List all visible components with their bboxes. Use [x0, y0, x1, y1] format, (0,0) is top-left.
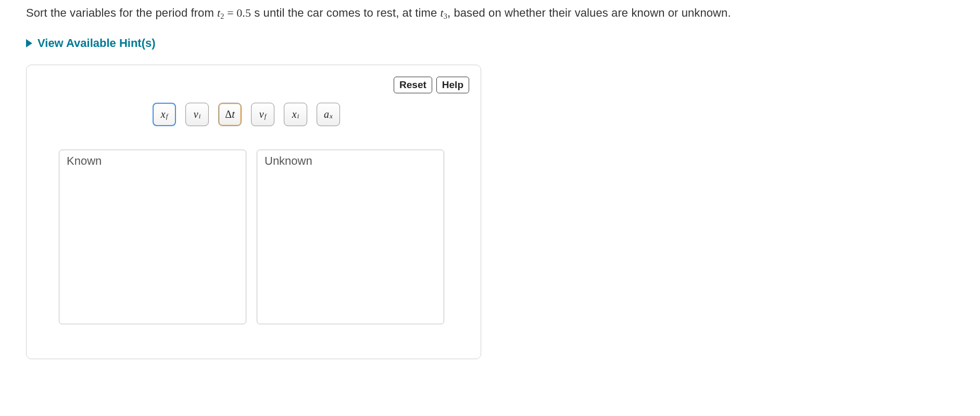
- hints-label: View Available Hint(s): [37, 36, 156, 50]
- view-hints-toggle[interactable]: View Available Hint(s): [26, 36, 156, 50]
- instr-mid1: s until the car comes to rest, at time: [251, 6, 440, 19]
- chip-delta-t[interactable]: Δt: [218, 103, 242, 126]
- bin-known[interactable]: Known: [59, 150, 246, 324]
- chip-vi[interactable]: vi: [185, 103, 209, 126]
- chip-xf[interactable]: xf: [153, 103, 176, 126]
- chip-vi-sub: i: [199, 112, 201, 120]
- t3-sub: 3: [444, 12, 447, 20]
- instr-eq: =: [224, 6, 237, 19]
- chip-ax-sub: x: [330, 112, 333, 120]
- chip-vf[interactable]: vf: [251, 103, 274, 126]
- chip-xf-sub: f: [166, 112, 168, 120]
- chip-dt-main: t: [232, 108, 235, 120]
- chip-vi-main: v: [194, 108, 198, 120]
- sorting-panel: Reset Help xf vi Δt vf xi ax: [26, 65, 481, 359]
- chip-xf-main: x: [161, 108, 166, 120]
- t2-sub: 2: [220, 12, 224, 20]
- help-button[interactable]: Help: [436, 77, 469, 93]
- bin-known-label: Known: [59, 150, 246, 172]
- chip-xi-sub: i: [297, 112, 299, 120]
- chip-ax-main: a: [324, 108, 329, 120]
- triangle-right-icon: [26, 39, 32, 47]
- chip-vf-main: v: [259, 108, 264, 120]
- chip-dt-delta: Δ: [225, 108, 232, 120]
- chip-xi-main: x: [292, 108, 297, 120]
- chip-xi[interactable]: xi: [284, 103, 307, 126]
- chip-ax[interactable]: ax: [317, 103, 340, 126]
- draggable-chips-row: xf vi Δt vf xi ax: [153, 103, 340, 126]
- chip-vf-sub: f: [265, 112, 267, 120]
- bin-unknown[interactable]: Unknown: [257, 150, 444, 324]
- instr-pre: Sort the variables for the period from: [26, 6, 217, 19]
- t2-val: 0.5: [236, 6, 251, 19]
- reset-button[interactable]: Reset: [394, 77, 432, 93]
- instr-post: , based on whether their values are know…: [447, 6, 731, 19]
- bin-unknown-label: Unknown: [257, 150, 444, 172]
- drop-bins: Known Unknown: [59, 150, 444, 324]
- instruction-text: Sort the variables for the period from t…: [26, 6, 954, 21]
- panel-toolbar: Reset Help: [394, 77, 469, 93]
